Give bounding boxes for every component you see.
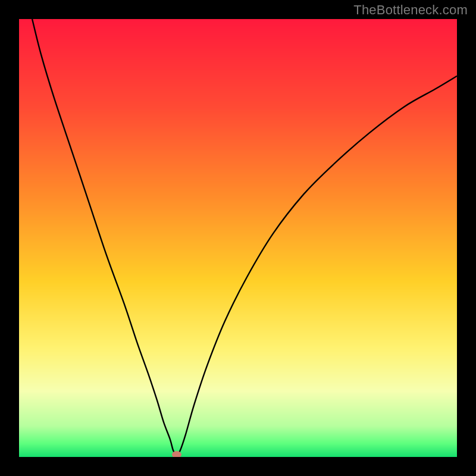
plot-area [19, 19, 457, 457]
bottleneck-curve-path [32, 19, 457, 455]
watermark-text: TheBottleneck.com [353, 2, 468, 18]
outer-frame: TheBottleneck.com [0, 0, 476, 476]
curve-svg [19, 19, 457, 457]
minimum-marker [172, 451, 181, 457]
